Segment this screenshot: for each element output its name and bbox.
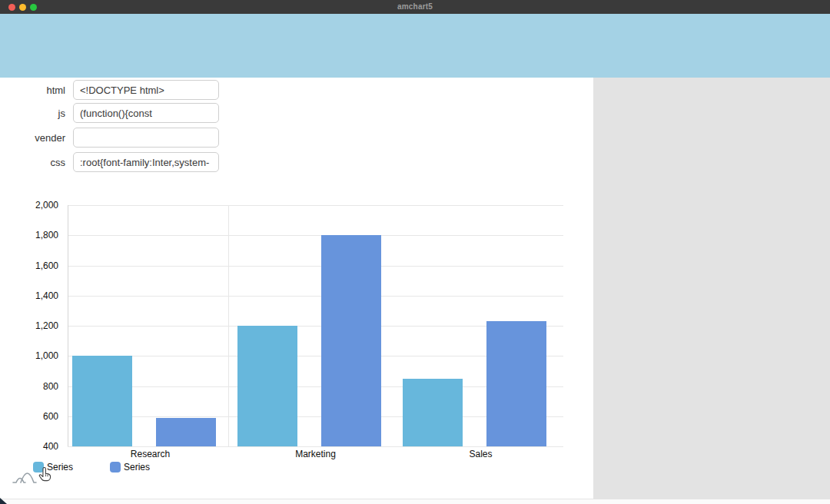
category-label-marketing: Marketing	[233, 449, 398, 459]
y-axis-tick-label: 1,200	[15, 320, 58, 331]
y-axis-tick-label: 1,600	[15, 260, 58, 271]
y-axis-tick-label: 1,800	[15, 230, 58, 240]
legend-marker-series2[interactable]	[110, 462, 121, 472]
y-axis-tick-label: 2,000	[15, 200, 58, 211]
gridline-y-2000	[68, 205, 563, 206]
y-axis-tick-label: 400	[15, 441, 58, 452]
app-window: amchart5 html js vender css 4006008001,0…	[0, 0, 830, 504]
legend-label-series2: Series	[124, 462, 150, 472]
gridline-y-400	[68, 446, 563, 447]
y-axis-line	[68, 205, 68, 446]
pointer-hand-cursor-icon	[38, 467, 52, 486]
bar-sales-series1[interactable]	[403, 379, 463, 446]
bar-chart: 4006008001,0001,2001,4001,6001,8002,000R…	[0, 0, 830, 504]
y-axis-tick-label: 1,400	[15, 290, 58, 301]
bottom-strip	[0, 499, 830, 504]
category-label-research: Research	[68, 449, 233, 459]
bar-research-series2[interactable]	[156, 418, 216, 446]
bar-marketing-series1[interactable]	[237, 326, 297, 446]
window-title: amchart5	[0, 2, 830, 11]
gridline-y-1800	[68, 235, 563, 236]
y-axis-tick-label: 800	[15, 381, 58, 392]
bar-research-series1[interactable]	[72, 356, 132, 446]
title-bar: amchart5	[0, 0, 830, 14]
y-axis-tick-label: 600	[15, 411, 58, 422]
bar-marketing-series2[interactable]	[321, 235, 381, 446]
legend-item-series2[interactable]: Series	[110, 462, 150, 472]
gridline-y-1600	[68, 266, 563, 267]
bar-sales-series2[interactable]	[486, 321, 546, 446]
gridline-category	[228, 205, 229, 446]
gridline-y-1400	[68, 296, 563, 297]
y-axis-tick-label: 1,000	[15, 350, 58, 361]
category-label-sales: Sales	[398, 449, 563, 459]
